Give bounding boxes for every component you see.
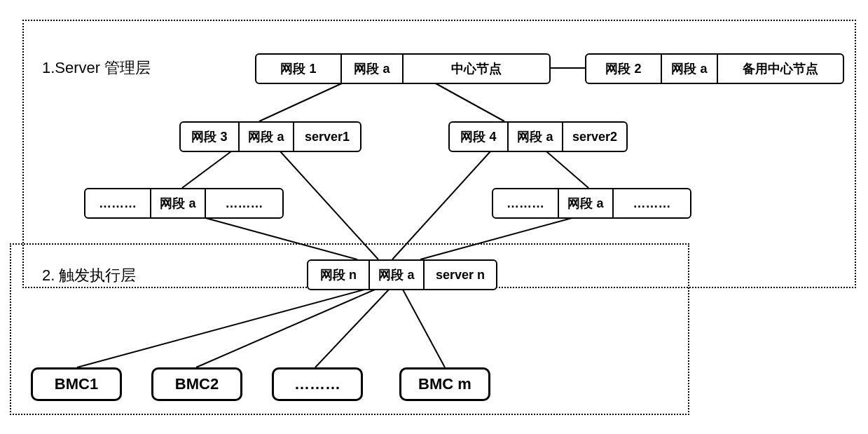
ellipsis-left-cell-2: 网段 a — [151, 189, 206, 217]
bmc2-node: BMC2 — [151, 367, 242, 401]
backup-cell-2: 网段 a — [662, 55, 718, 83]
bmcm-node: BMC m — [399, 367, 490, 401]
ellipsis-right-cell-3: ……… — [614, 189, 690, 217]
servern-node: 网段 n 网段 a server n — [307, 259, 497, 290]
backup-cell-1: 网段 2 — [586, 55, 662, 83]
ellipsis-right-cell-1: ……… — [493, 189, 559, 217]
bmc-ellipsis-node: ……… — [272, 367, 363, 401]
backup-cell-3: 备用中心节点 — [718, 55, 843, 83]
trigger-layer-label: 2. 触发执行层 — [42, 265, 136, 286]
center-cell-1: 网段 1 — [256, 55, 342, 83]
servern-cell-1: 网段 n — [308, 261, 370, 289]
server2-cell-3: server2 — [563, 123, 626, 151]
ellipsis-right-node: ……… 网段 a ……… — [492, 188, 691, 219]
backup-node: 网段 2 网段 a 备用中心节点 — [585, 53, 844, 84]
ellipsis-left-cell-3: ……… — [206, 189, 282, 217]
ellipsis-left-node: ……… 网段 a ……… — [84, 188, 284, 219]
server2-cell-2: 网段 a — [509, 123, 563, 151]
servern-cell-3: server n — [425, 261, 496, 289]
ellipsis-left-cell-1: ……… — [85, 189, 151, 217]
server1-node: 网段 3 网段 a server1 — [179, 121, 361, 152]
center-cell-2: 网段 a — [342, 55, 404, 83]
server-layer-label: 1.Server 管理层 — [42, 57, 151, 79]
ellipsis-right-cell-2: 网段 a — [559, 189, 614, 217]
bmc1-node: BMC1 — [31, 367, 122, 401]
servern-cell-2: 网段 a — [370, 261, 425, 289]
server1-cell-3: server1 — [294, 123, 360, 151]
center-cell-3: 中心节点 — [404, 55, 549, 83]
server2-cell-1: 网段 4 — [450, 123, 509, 151]
server2-node: 网段 4 网段 a server2 — [448, 121, 628, 152]
server1-cell-1: 网段 3 — [181, 123, 240, 151]
server1-cell-2: 网段 a — [240, 123, 294, 151]
center-node: 网段 1 网段 a 中心节点 — [255, 53, 551, 84]
